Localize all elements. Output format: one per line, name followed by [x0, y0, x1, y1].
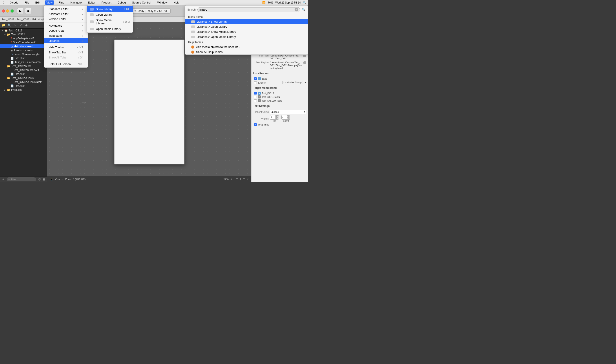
target-tests-checkbox[interactable] — [254, 96, 257, 98]
tab-width-up[interactable]: ▲ — [275, 115, 278, 117]
help-item-add-media[interactable]: Add media objects to the user int... — [185, 44, 308, 50]
submenu-open-library[interactable]: Open Library — [87, 12, 133, 17]
folder-icon-btn[interactable]: 📁 — [1, 23, 6, 27]
run-button[interactable]: ▶ — [17, 8, 23, 14]
dev-region-label: Dev Region — [253, 61, 269, 64]
sort-button[interactable]: ⏱ — [38, 178, 41, 181]
breadcrumb-item-0[interactable]: Test_iOS12 — [2, 18, 14, 21]
help-item-show-all-topics[interactable]: Show All Help Topics — [185, 50, 308, 54]
localization-base-checkbox[interactable]: ✓ — [254, 77, 257, 80]
sidebar-item-assets[interactable]: ◼ Assets.xcassets — [0, 48, 47, 52]
sidebar-item-project[interactable]: ▾ 🏠 Test_iOS12 — [0, 28, 47, 33]
localization-english-checkbox[interactable] — [254, 81, 257, 84]
help-search-clear-button[interactable]: ✕ — [295, 8, 298, 12]
indent-width-stepper[interactable]: ▲ ▼ — [287, 115, 289, 119]
grid-button[interactable]: ⊞ — [43, 178, 45, 181]
menubar-help[interactable]: Help — [172, 0, 181, 5]
sidebar-item-infoplist[interactable]: 📄 Info.plist — [0, 56, 47, 60]
search-icon-btn[interactable]: 🔍 — [7, 23, 12, 27]
help-item-open-library[interactable]: Libraries > Open Library — [185, 24, 308, 29]
help-item-open-media-library[interactable]: Libraries > Open Media Library — [185, 34, 308, 39]
sidebar-item-uitests-swift[interactable]: S Test_iOS12UITests.swift — [0, 80, 47, 84]
apple-menu[interactable]:  — [2, 0, 5, 5]
sidebar-toolbar: 📁 🔍 ⚠ ⎇ ◆ — [0, 22, 47, 28]
menubar-file[interactable]: File — [23, 0, 31, 5]
tab-width-stepper[interactable]: ▲ ▼ — [275, 115, 278, 119]
sidebar-item-tests-group[interactable]: ▾ 📂 Test_iOS12Tests — [0, 64, 47, 68]
breadcrumb-sep-0: › — [15, 18, 16, 21]
sidebar-item-tests-swift[interactable]: S Test_iOS12Tests.swift — [0, 68, 47, 72]
sidebar-item-label: Info.plist — [15, 84, 25, 88]
sidebar-item-products[interactable]: ▶ 📂 Products — [0, 88, 47, 92]
menubar-window[interactable]: Window — [156, 0, 169, 5]
warning-icon-btn[interactable]: ⚠ — [13, 23, 17, 27]
breadcrumb-item-1[interactable]: Test_iOS12 — [17, 18, 29, 21]
localizable-strings-select[interactable]: Localizable Strings — [282, 81, 303, 84]
full-path-row: Full Path /Users/niravjain/Desktop/Test_… — [253, 54, 306, 60]
sidebar-item-tests-infoplist[interactable]: 📄 Info.plist — [0, 72, 47, 76]
sidebar-item-folder-ios12[interactable]: ▾ 📂 Test_iOS12 — [0, 33, 47, 37]
menubar-editor[interactable]: Editor — [87, 0, 97, 5]
submenu-open-media-library[interactable]: Open Media Library — [87, 26, 133, 32]
sidebar-item-viewcontroller[interactable]: S ViewController.swift — [0, 40, 47, 44]
menubar-source-control[interactable]: Source Control — [131, 0, 153, 5]
tab-width-field[interactable]: 4 ▲ ▼ — [270, 115, 279, 119]
menubar-edit[interactable]: Edit — [34, 0, 41, 5]
breakpoint-icon-btn[interactable]: ◆ — [24, 23, 28, 27]
menu-standard-editor[interactable]: Standard Editor — [44, 6, 88, 12]
maximize-button[interactable] — [11, 10, 14, 13]
help-search-input[interactable]: library ✕ — [197, 7, 300, 12]
storyboard-icon: ◻ — [11, 53, 13, 56]
menu-assistant-editor[interactable]: Assistant Editor — [44, 12, 88, 16]
add-button[interactable]: ＋ — [2, 177, 5, 181]
indent-width-field[interactable]: 4 ▲ ▼ — [281, 115, 290, 119]
git-icon-btn[interactable]: ⎇ — [18, 23, 23, 27]
help-menu-items-label: Menu Items — [185, 14, 308, 19]
dev-region-reveal-button[interactable]: → — [303, 61, 306, 64]
help-item-show-library[interactable]: Libraries > Show Library — [185, 19, 308, 24]
menubar-navigate[interactable]: Navigate — [69, 0, 83, 5]
menubar-product[interactable]: Product — [100, 0, 113, 5]
minimize-button[interactable] — [6, 10, 9, 13]
fit-width-button[interactable]: ⊞ — [239, 178, 242, 181]
help-all-topics-icon — [191, 51, 194, 54]
sidebar-item-mainstoryboard[interactable]: ◻ Main.storyboard — [0, 44, 47, 48]
sidebar-item-launchscreen[interactable]: ◻ LaunchScreen.storybo... — [0, 52, 47, 56]
indent-width-down[interactable]: ▼ — [287, 117, 289, 119]
full-screen-button[interactable]: ⤢ — [247, 178, 249, 181]
menubar-xcode[interactable]: Xcode — [9, 0, 20, 5]
full-path-reveal-button[interactable]: → — [303, 54, 306, 57]
zoom-in-button[interactable]: ＋ — [230, 177, 233, 181]
indent-width-up[interactable]: ▲ — [287, 115, 289, 117]
menu-libraries[interactable]: Libraries — [44, 38, 88, 43]
zoom-out-button[interactable]: — — [220, 178, 222, 181]
sidebar-item-uitests-infoplist[interactable]: 📄 Info.plist — [0, 84, 47, 88]
indent-using-select[interactable]: Spaces ▼ — [270, 110, 306, 114]
menu-enter-fullscreen[interactable]: Enter Full Screen ^⌘F — [44, 62, 88, 67]
target-ios12-checkbox[interactable]: ✓ — [254, 92, 257, 94]
menubar-view[interactable]: View — [45, 0, 54, 5]
menu-navigators[interactable]: Navigators — [44, 23, 88, 28]
menubar-debug[interactable]: Debug — [116, 0, 127, 5]
stop-button[interactable]: ■ — [25, 8, 31, 14]
menu-version-editor[interactable]: Version Editor — [44, 16, 88, 22]
tab-width-down[interactable]: ▼ — [275, 117, 278, 119]
sidebar-item-uitests-group[interactable]: ▾ 📂 Test_iOS12UITests — [0, 76, 47, 80]
help-item-show-media-library[interactable]: Libraries > Show Media Library — [185, 29, 308, 34]
menu-show-tab-bar[interactable]: Show Tab Bar ⇧⌘T — [44, 50, 88, 55]
menu-debug-area[interactable]: Debug Area — [44, 28, 88, 33]
menu-inspectors[interactable]: Inspectors — [44, 33, 88, 38]
menubar-find[interactable]: Find — [57, 0, 66, 5]
sidebar-item-xcdatamodel[interactable]: 📄 Test_iOS12.xcdatamo... — [0, 60, 47, 64]
search-icon[interactable]: 🔍 — [303, 1, 306, 4]
fit-screen-button[interactable]: ⊟ — [243, 178, 245, 181]
close-button[interactable] — [2, 10, 5, 13]
fit-button[interactable]: ⊡ — [236, 178, 238, 181]
target-uitests-checkbox[interactable] — [254, 99, 257, 102]
menu-hide-toolbar[interactable]: Hide Toolbar ⌥⌘T — [44, 45, 88, 50]
submenu-show-library[interactable]: Show Library ⇧⌘L — [87, 6, 133, 12]
sidebar-item-label: AppDelegate.swift — [13, 37, 35, 40]
sidebar-item-appdelegate[interactable]: S AppDelegate.swift — [0, 37, 47, 40]
wrap-lines-checkbox[interactable]: ✓ — [254, 123, 257, 126]
submenu-show-media-library[interactable]: Show Media Library ⇧⌘M — [87, 17, 133, 26]
